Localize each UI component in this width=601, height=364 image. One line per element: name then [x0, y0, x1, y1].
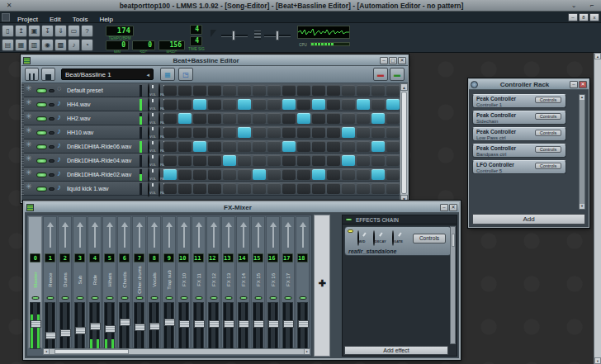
- step-cell[interactable]: [357, 183, 370, 194]
- step-cell[interactable]: [193, 127, 206, 138]
- track-name[interactable]: HH10.wav: [67, 125, 138, 139]
- track-grip-handle[interactable]: [21, 111, 24, 125]
- controller-rack-button[interactable]: ◔: [81, 39, 93, 51]
- scroll-right-icon[interactable]: ▸: [304, 349, 310, 354]
- step-cell[interactable]: [163, 169, 177, 180]
- step-cell[interactable]: [282, 99, 296, 110]
- channel-led[interactable]: [135, 296, 143, 300]
- step-cell[interactable]: [297, 169, 310, 180]
- step-cell[interactable]: [342, 113, 355, 124]
- step-cell[interactable]: [223, 99, 236, 110]
- track-mute-led[interactable]: [36, 116, 47, 121]
- fader-handle[interactable]: [31, 320, 41, 328]
- step-cell[interactable]: [282, 85, 296, 96]
- track-name[interactable]: HH4.wav: [67, 97, 138, 111]
- fx-channel-5[interactable]: 5Hihats: [102, 216, 116, 348]
- fx-channel-16[interactable]: 16FX 16: [266, 216, 280, 348]
- bb-minimize-button[interactable]: –: [380, 57, 388, 64]
- help-button[interactable]: ?: [81, 25, 93, 37]
- controller-controls-button[interactable]: Controls: [535, 163, 561, 169]
- bb-vertical-scrollbar[interactable]: ▲ ▼: [400, 83, 408, 202]
- step-cell[interactable]: [223, 113, 236, 124]
- channel-name[interactable]: Chords: [118, 264, 130, 295]
- track-grip-handle[interactable]: [21, 139, 24, 153]
- fader-handle[interactable]: [239, 320, 249, 328]
- step-cell[interactable]: [386, 183, 400, 194]
- effects-chain-led[interactable]: [345, 218, 353, 221]
- import-file-button[interactable]: ⇓: [54, 25, 67, 37]
- step-cell[interactable]: [342, 183, 355, 194]
- gate-knob[interactable]: GATE: [391, 231, 404, 246]
- channel-led[interactable]: [239, 296, 247, 300]
- step-cell[interactable]: [327, 85, 340, 96]
- step-cell[interactable]: [238, 169, 251, 180]
- step-cell[interactable]: [208, 183, 221, 194]
- step-cell[interactable]: [386, 141, 400, 152]
- menu-edit[interactable]: Edit: [44, 16, 67, 23]
- step-cell[interactable]: [282, 127, 296, 138]
- controller-item[interactable]: Peak ControllerControlsController 1: [472, 94, 566, 108]
- channel-name[interactable]: Other drums: [133, 264, 145, 295]
- controller-controls-button[interactable]: Controls: [535, 113, 561, 120]
- step-cell[interactable]: [223, 155, 236, 166]
- volume-knob[interactable]: VOL: [147, 168, 157, 183]
- channel-name[interactable]: FX 12: [207, 264, 220, 295]
- scroll-up-icon[interactable]: ▲: [580, 95, 584, 100]
- scroll-left-icon[interactable]: ◂: [44, 349, 50, 354]
- track-mute-led[interactable]: [36, 144, 47, 149]
- channel-name[interactable]: Sub: [73, 264, 86, 295]
- fx-mixer-button[interactable]: ▩: [54, 39, 67, 51]
- step-cell[interactable]: [312, 85, 325, 96]
- fx-channel-7[interactable]: 7Other drums: [132, 216, 146, 348]
- channel-fader[interactable]: [193, 302, 204, 348]
- channel-fader[interactable]: [223, 302, 234, 348]
- step-cell[interactable]: [208, 127, 221, 138]
- add-channel-strip[interactable]: ✚: [314, 215, 330, 357]
- step-cell[interactable]: [267, 155, 281, 166]
- save-project-button[interactable]: ▣: [28, 25, 40, 37]
- remove-steps-button[interactable]: ▬: [373, 68, 388, 81]
- fader-handle[interactable]: [283, 320, 294, 328]
- open-project-button[interactable]: ↥: [15, 25, 27, 37]
- step-cell[interactable]: [238, 127, 251, 138]
- step-cell[interactable]: [208, 141, 221, 152]
- scroll-up-icon[interactable]: ▲: [400, 83, 408, 91]
- step-cell[interactable]: [282, 169, 296, 180]
- step-cell[interactable]: [163, 155, 177, 166]
- volume-knob[interactable]: VOL: [147, 112, 157, 127]
- step-cell[interactable]: [193, 169, 206, 180]
- track-solo-led[interactable]: [49, 173, 54, 177]
- track-grip-handle[interactable]: [21, 154, 24, 167]
- step-cell[interactable]: [357, 99, 370, 110]
- track-gear-icon[interactable]: ✳: [26, 112, 32, 121]
- track-name[interactable]: DnBk1DHitA-Ride04.wav: [67, 154, 138, 168]
- step-cell[interactable]: [238, 155, 251, 166]
- fx-horizontal-scrollbar[interactable]: ◂ ▸: [43, 348, 310, 355]
- channel-led[interactable]: [76, 296, 83, 300]
- step-cell[interactable]: [342, 85, 355, 96]
- channel-fader[interactable]: [253, 302, 263, 348]
- channel-led[interactable]: [91, 296, 98, 300]
- fx-close-button[interactable]: ✕: [449, 204, 457, 211]
- step-cell[interactable]: [282, 183, 296, 194]
- menu-tools[interactable]: Tools: [67, 16, 94, 23]
- fader-handle[interactable]: [75, 327, 86, 334]
- step-cell[interactable]: [193, 113, 206, 124]
- controller-controls-button[interactable]: Controls: [535, 130, 561, 136]
- fx-channel-9[interactable]: 9Trap sub: [162, 216, 176, 348]
- step-cell[interactable]: [342, 127, 355, 138]
- new-project-button[interactable]: ▯: [2, 25, 14, 37]
- fx-channel-1[interactable]: 1Reece: [43, 216, 57, 348]
- channel-name[interactable]: FX 15: [252, 264, 264, 295]
- track-gear-icon[interactable]: ✳: [26, 126, 32, 135]
- step-cell[interactable]: [312, 183, 325, 194]
- step-cell[interactable]: [312, 127, 325, 138]
- timesig-numerator-display[interactable]: 4: [190, 25, 202, 35]
- step-cell[interactable]: [282, 113, 296, 124]
- step-cell[interactable]: [357, 85, 370, 96]
- step-cell[interactable]: [386, 85, 400, 96]
- channel-fader[interactable]: [134, 302, 144, 348]
- step-cell[interactable]: [163, 99, 177, 110]
- fx-channel-18[interactable]: 18: [296, 216, 310, 348]
- fader-handle[interactable]: [45, 332, 56, 339]
